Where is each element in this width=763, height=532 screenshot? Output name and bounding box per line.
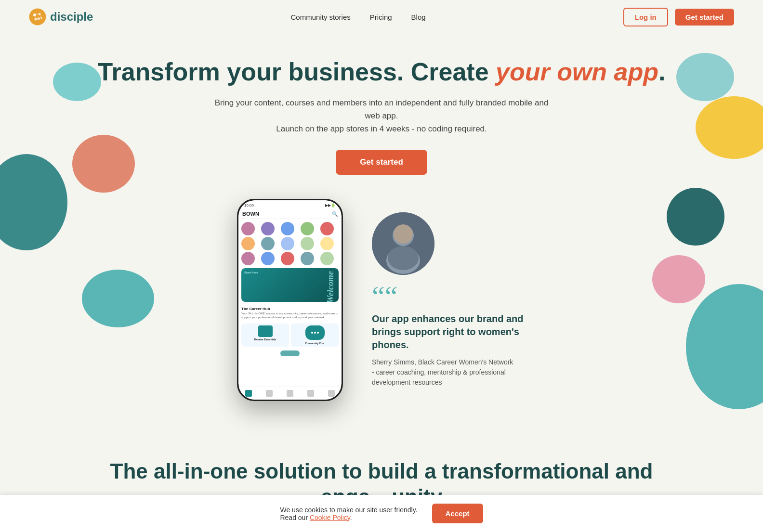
avatar-8 xyxy=(281,237,294,250)
svg-point-15 xyxy=(388,246,419,270)
cookie-message: We use cookies to make our site user fri… xyxy=(280,506,417,514)
get-started-hero-button[interactable]: Get started xyxy=(336,150,427,175)
hero-title-accent: your own app xyxy=(496,58,658,86)
phone-status-icons: ▶▶🔋 xyxy=(325,203,336,208)
hero-title: Transform your business. Create your own… xyxy=(19,58,744,87)
nav-chat-icon xyxy=(266,390,273,397)
welcome-text: Welcome xyxy=(326,271,336,302)
cookie-banner: We use cookies to make our site user fri… xyxy=(0,495,763,532)
cookie-text: We use cookies to make our site user fri… xyxy=(280,506,417,521)
nav-links: Community stories Pricing Blog xyxy=(291,13,426,21)
dot1 xyxy=(311,332,313,334)
avatar-13 xyxy=(281,252,294,265)
avatar-5 xyxy=(320,222,334,235)
hero-subtitle: Bring your content, courses and members … xyxy=(208,96,555,136)
navigation: disciple Community stories Pricing Blog … xyxy=(0,0,763,34)
logo-text: disciple xyxy=(50,10,93,24)
hero-subtitle-line1: Bring your content, courses and members … xyxy=(215,98,549,120)
nav-home-icon xyxy=(245,390,252,397)
avatar-grid xyxy=(241,222,339,265)
author-name: Sherry Simms, Black Career Women's Netwo… xyxy=(372,358,513,366)
nav-bell-icon xyxy=(307,390,314,397)
testimonial-text: Our app enhances our brand and brings su… xyxy=(372,312,526,351)
avatar-2 xyxy=(261,222,275,235)
demo-section: 16:00 ▶▶🔋 BOWN 🔍 xyxy=(0,199,763,430)
chat-bubble xyxy=(305,325,325,340)
person-silhouette xyxy=(372,212,434,275)
logo-link[interactable]: disciple xyxy=(29,8,93,26)
career-hub-title: The Career Hub xyxy=(241,307,339,311)
get-started-nav-button[interactable]: Get started xyxy=(675,9,734,26)
testimonial-avatar-placeholder xyxy=(372,212,434,275)
phone-header: BOWN 🔍 xyxy=(238,209,342,219)
nav-profile-icon xyxy=(287,390,293,397)
welcome-banner: Start Here Welcome xyxy=(241,268,339,302)
avatar-1 xyxy=(241,222,255,235)
hero-section: Transform your business. Create your own… xyxy=(0,34,763,189)
dot3 xyxy=(317,332,319,334)
essentials-icon xyxy=(258,325,273,337)
quote-marks: ““ xyxy=(372,285,526,308)
avatar-3 xyxy=(281,222,294,235)
accept-button[interactable]: Accept xyxy=(432,504,483,523)
dot2 xyxy=(314,332,316,334)
avatar-4 xyxy=(301,222,314,235)
phone-mockup: 16:00 ▶▶🔋 BOWN 🔍 xyxy=(237,199,343,401)
hero-subtitle-line2: Launch on the app stores in 4 weeks - no… xyxy=(276,124,487,133)
cookie-read-our: Read our xyxy=(280,514,309,521)
avatar-7 xyxy=(261,237,275,250)
avatar-15 xyxy=(320,252,334,265)
phone-search-icon: 🔍 xyxy=(332,211,338,217)
avatar-9 xyxy=(301,237,314,250)
testimonial-author: Sherry Simms, Black Career Women's Netwo… xyxy=(372,357,526,388)
phone-card-essentials: Member Essentials xyxy=(241,324,289,347)
phone-card-chat: Community Chat xyxy=(291,324,339,347)
nav-menu-icon xyxy=(328,390,335,397)
avatar-14 xyxy=(301,252,314,265)
cookie-policy-link[interactable]: Cookie Policy xyxy=(310,514,350,521)
avatar-11 xyxy=(241,252,255,265)
avatar-6 xyxy=(241,237,255,250)
nav-pricing[interactable]: Pricing xyxy=(370,13,392,21)
nav-community-stories[interactable]: Community stories xyxy=(291,13,351,21)
avatar-12 xyxy=(261,252,275,265)
career-hub-desc: Your 'ALL-IN-ONE' access to our communit… xyxy=(241,312,339,320)
disciple-logo-icon xyxy=(29,8,46,26)
login-button[interactable]: Log in xyxy=(623,8,668,26)
card2-label: Community Chat xyxy=(305,342,325,345)
nav-actions: Log in Get started xyxy=(623,8,734,26)
svg-point-0 xyxy=(29,9,46,25)
phone-app-name: BOWN xyxy=(242,211,259,217)
phone-screen: 16:00 ▶▶🔋 BOWN 🔍 xyxy=(238,200,342,400)
phone-top-bar: 16:00 ▶▶🔋 xyxy=(238,200,342,209)
phone-time: 16:00 xyxy=(244,203,254,208)
testimonial-avatar xyxy=(372,212,434,275)
phone-content: Start Here Welcome The Career Hub Your '… xyxy=(238,219,342,359)
phone-cards: Member Essentials Community Chat xyxy=(241,324,339,347)
hero-title-part2: . xyxy=(658,58,665,86)
start-here-label: Start Here xyxy=(244,271,326,274)
svg-point-14 xyxy=(394,224,413,244)
bottom-title-line1: The all-in-one solution to build a trans… xyxy=(110,459,653,483)
avatar-10 xyxy=(320,237,334,250)
author-desc: - career coaching, mentorship & professi… xyxy=(372,368,506,386)
nav-blog[interactable]: Blog xyxy=(411,13,426,21)
career-hub-block: The Career Hub Your 'ALL-IN-ONE' access … xyxy=(241,305,339,322)
testimonial-block: ““ Our app enhances our brand and brings… xyxy=(372,212,526,388)
phone-nav-bar xyxy=(238,387,342,400)
card1-label: Member Essentials xyxy=(254,338,276,341)
phone-progress xyxy=(241,350,339,356)
hero-title-part1: Transform your business. Create xyxy=(98,58,496,86)
